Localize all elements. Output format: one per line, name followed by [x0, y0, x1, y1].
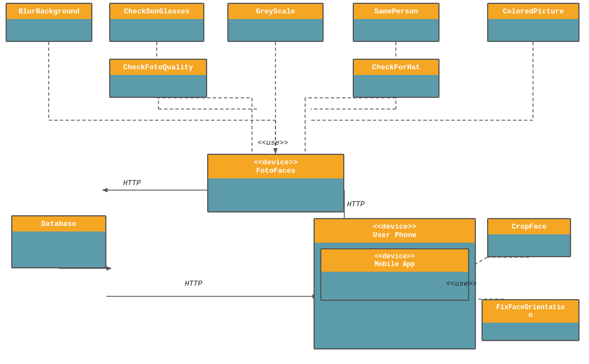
colored-picture-label: ColoredPicture	[488, 4, 578, 19]
blur-background-label: BlurBackground	[7, 4, 91, 19]
http-label-1: HTTP	[123, 179, 141, 187]
same-person-label: SamePerson	[354, 4, 438, 19]
http-label-2: HTTP	[347, 200, 364, 209]
foto-faces-body	[208, 178, 343, 211]
foto-faces-label: <<device>> FotoFaces	[208, 155, 343, 178]
grey-scale-box: GreyScale	[227, 3, 324, 42]
grey-scale-label: GreyScale	[228, 4, 322, 19]
use-label-2: <<use>>	[446, 280, 477, 288]
svg-marker-18	[273, 148, 278, 154]
colored-picture-body	[488, 19, 578, 41]
check-for-hat-box: CheckForHat	[353, 59, 440, 98]
foto-faces-box: <<device>> FotoFaces	[207, 154, 344, 212]
crop-face-body	[488, 234, 570, 256]
check-foto-quality-body	[110, 75, 206, 97]
user-phone-body: <<device>> Mobile App	[315, 243, 475, 348]
colored-picture-box: ColoredPicture	[487, 3, 579, 42]
check-foto-quality-box: CheckFotoQuality	[109, 59, 207, 98]
database-body	[12, 231, 105, 267]
check-sun-glasses-box: CheckSunGlasses	[109, 3, 204, 42]
fix-face-orientation-box: FixFaceOrientatio n	[482, 299, 579, 341]
check-sun-glasses-label: CheckSunGlasses	[110, 4, 203, 19]
check-foto-quality-label: CheckFotoQuality	[110, 60, 206, 75]
same-person-body	[354, 19, 438, 41]
blur-background-body	[7, 19, 91, 41]
crop-face-label: CropFace	[488, 219, 570, 234]
use-label-1: <<use>>	[258, 139, 288, 147]
grey-scale-body	[228, 19, 322, 41]
same-person-box: SamePerson	[353, 3, 440, 42]
check-sun-glasses-body	[110, 19, 203, 41]
database-box: Database	[11, 215, 106, 268]
crop-face-box: CropFace	[487, 218, 571, 257]
http-label-3: HTTP	[185, 280, 202, 288]
database-label: Database	[12, 216, 105, 231]
check-for-hat-body	[354, 75, 438, 97]
fix-face-orientation-body	[483, 323, 578, 340]
blur-background-box: BlurBackground	[6, 3, 92, 42]
check-for-hat-label: CheckForHat	[354, 60, 438, 75]
diagram-container: BlurBackground CheckSunGlasses GreyScale…	[0, 0, 589, 364]
user-phone-label: <<device>> User Phone	[315, 219, 475, 243]
mobile-app-label: <<device>> Mobile App	[321, 249, 468, 272]
fix-face-orientation-label: FixFaceOrientatio n	[483, 300, 578, 323]
svg-marker-20	[102, 188, 107, 192]
svg-marker-22	[106, 266, 112, 271]
mobile-app-box: <<device>> Mobile App	[320, 248, 469, 301]
